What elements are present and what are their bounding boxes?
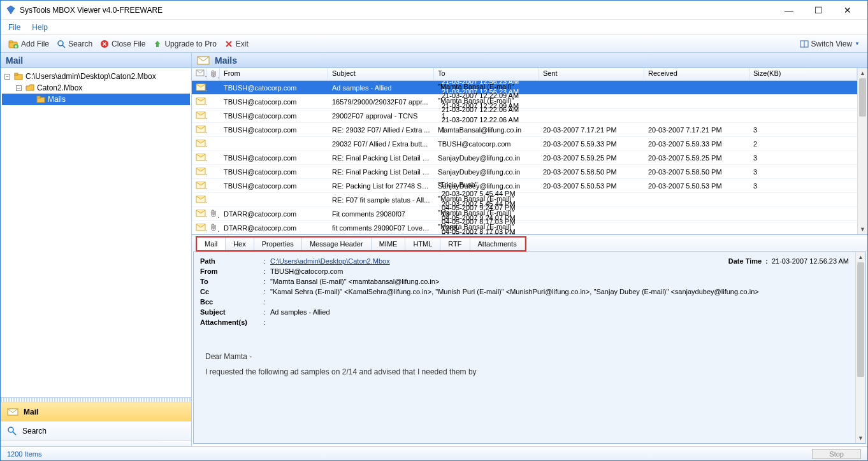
maximize-button[interactable]: ☐ [804,1,833,20]
menu-file[interactable]: File [8,23,20,32]
svg-point-13 [8,427,13,432]
subject-cell: Ad samples - Allied [328,83,434,93]
folder-tree[interactable]: − C:\Users\admin\Desktop\Caton2.Mbox − C… [1,68,191,397]
menu-help[interactable]: Help [32,23,48,32]
from-cell: TBUSH@catocorp.com [220,167,328,177]
mail-list[interactable]: From Subject To Sent Received Size(KB) T… [192,68,857,234]
sidebar-item-search[interactable]: Search [1,421,191,440]
add-file-button[interactable]: Add File [4,38,53,50]
col-to[interactable]: To [434,68,539,80]
received-cell: 20-03-2007 7.17.21 PM [644,125,749,135]
collapse-icon[interactable]: − [16,85,22,91]
mails-header: Mails [192,53,867,68]
tree-folder[interactable]: − Caton2.Mbox [2,82,190,94]
collapse-icon[interactable]: − [4,74,10,80]
path-value[interactable]: C:\Users\admin\Desktop\Caton2.Mbox [270,257,390,265]
scroll-thumb[interactable] [859,78,866,117]
col-received[interactable]: Received [644,68,749,80]
search-icon [7,426,17,436]
close-file-button[interactable]: Close File [96,38,149,50]
scroll-thumb[interactable] [857,262,864,377]
tab-hex[interactable]: Hex [226,238,254,250]
detail-scrollbar[interactable]: ▲ ▼ [855,252,865,443]
upgrade-icon [153,39,162,48]
from-cell: TBUSH@catocorp.com [220,97,328,107]
titlebar: SysTools MBOX Viewer v4.0-FREEWARE — ☐ ✕ [1,1,867,20]
item-count: 1200 Items [7,450,41,458]
close-file-label: Close File [112,39,145,48]
envelope-icon [192,194,207,206]
dropdown-icon: ▼ [855,41,860,46]
to-cell: MamtaBansal@lifung.co.in [434,125,539,135]
col-icon[interactable] [192,68,207,80]
stop-button[interactable]: Stop [812,449,861,459]
search-button[interactable]: Search [53,38,96,50]
switch-view-icon [800,39,809,48]
path-label: Path [200,257,264,265]
mail-row[interactable]: 29032 F07/ Allied / Extra butt...TBUSH@c… [192,137,857,151]
sent-cell: 20-03-2007 7.17.21 PM [539,125,644,135]
upgrade-button[interactable]: Upgrade to Pro [149,38,220,50]
tab-mime[interactable]: MIME [372,238,406,250]
from-cell: TBUSH@catocorp.com [220,125,328,135]
scroll-down-icon[interactable]: ▼ [856,433,865,443]
tree-mails[interactable]: Mails [2,94,190,105]
sent-cell: 20-03-2007 5.59.25 PM [539,153,644,163]
col-sent[interactable]: Sent [539,68,644,80]
subject-cell: Fit comments 29080f07 [328,209,434,219]
list-scrollbar[interactable]: ▲ ▼ [857,68,867,234]
sent-cell: 20-03-2007 5.58.50 PM [539,167,644,177]
sidebar-footer: Mail Search [1,397,191,446]
scroll-up-icon[interactable]: ▲ [858,68,867,78]
attachment-cell [207,222,220,234]
subject-cell: RE: Final Packing List Detail f... [328,153,434,163]
col-from[interactable]: From [220,68,328,80]
attachments-label: Attachment(s) [200,318,264,326]
attachment-cell [207,157,220,159]
tree-folder-label: Caton2.Mbox [37,83,82,92]
column-headers[interactable]: From Subject To Sent Received Size(KB) [192,68,857,81]
sent-cell: 04-05-2007 1.12.50 AM [438,230,539,235]
col-subject[interactable]: Subject [328,68,434,80]
minimize-button[interactable]: — [774,1,804,20]
exit-button[interactable]: Exit [221,38,252,50]
envelope-icon [192,222,207,234]
tree-root-label: C:\Users\admin\Desktop\Caton2.Mbox [25,72,156,81]
envelope-icon [192,138,207,150]
tab-attachments[interactable]: Attachments [470,238,525,250]
app-icon [6,5,16,15]
tab-message-header[interactable]: Message Header [302,238,372,250]
mail-row[interactable]: TBUSH@catocorp.com29002F07 approval - TC… [192,109,857,123]
bcc-value [270,298,849,306]
svg-point-3 [58,41,63,46]
exit-icon [224,39,233,48]
envelope-icon [192,152,207,164]
window-title: SysTools MBOX Viewer v4.0-FREEWARE [20,6,774,15]
switch-view-button[interactable]: Switch View ▼ [796,38,864,50]
from-cell: TBUSH@catocorp.com [220,83,328,93]
tab-html[interactable]: HTML [405,238,440,250]
svg-line-4 [62,45,65,48]
folder-icon [14,72,23,81]
tree-root[interactable]: − C:\Users\admin\Desktop\Caton2.Mbox [2,71,190,82]
mail-row[interactable]: TBUSH@catocorp.comRE: Final Packing List… [192,151,857,165]
col-size[interactable]: Size(KB) [749,68,857,80]
subject-cell: RE: Packing List for 27748 S0... [328,181,434,191]
sent-cell: 20-03-2007 5.50.53 PM [539,181,644,191]
scroll-down-icon[interactable]: ▼ [858,224,867,234]
envelope-icon [192,166,207,178]
sent-cell: 20-03-2007 5.59.33 PM [539,139,644,149]
tab-mail[interactable]: Mail [197,238,226,250]
close-window-button[interactable]: ✕ [833,1,862,20]
subject-cell: RE: 29032 F07/ Allied / Extra ... [328,125,434,135]
tab-rtf[interactable]: RTF [440,238,470,250]
subject-cell: 29002F07 approval - TCNS [328,111,434,121]
sidebar-item-mail[interactable]: Mail [1,402,191,421]
mail-row[interactable]: TBUSH@catocorp.comRE: Final Packing List… [192,165,857,179]
sidebar-search-label: Search [22,427,47,436]
scroll-up-icon[interactable]: ▲ [856,252,865,262]
add-file-label: Add File [21,39,49,48]
col-attach[interactable] [207,68,220,80]
tab-properties[interactable]: Properties [254,238,302,250]
attachment-cell [207,185,220,187]
